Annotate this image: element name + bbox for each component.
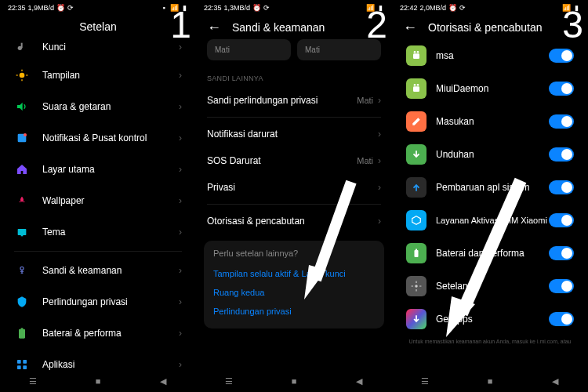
sound-icon [14, 99, 30, 114]
item-sandi-privasi[interactable]: Sandi perlindungan privasi Mati › [196, 87, 392, 114]
sync-icon: ⟳ [67, 5, 74, 11]
twin-cards: Mati Mati [196, 39, 392, 64]
nav-home-button[interactable]: ■ [482, 376, 498, 387]
nav-menu-button[interactable]: ☰ [25, 376, 41, 387]
item-baterai[interactable]: Baterai & performa › [3, 318, 193, 349]
chevron-right-icon: › [378, 129, 381, 140]
item-suara[interactable]: Suara & getaran › [3, 91, 193, 122]
app-icon [406, 45, 426, 66]
page-title: Otorisasi & pencabutan [428, 21, 543, 34]
toggle-switch[interactable] [549, 49, 574, 63]
svg-point-2 [20, 73, 25, 78]
back-button[interactable]: ← [207, 20, 221, 34]
app-label: GetApps [436, 314, 549, 325]
chevron-right-icon: › [378, 182, 381, 193]
nav-back-button[interactable]: ◀ [155, 376, 171, 387]
settings-list: Kunci › Tampilan › Suara & getaran › Not… [0, 38, 196, 392]
toggle-switch[interactable] [549, 246, 574, 260]
toggle-switch[interactable] [549, 180, 574, 194]
svg-rect-10 [18, 229, 27, 235]
item-label: Sandi perlindungan privasi [207, 95, 357, 106]
item-label: Otorisasi & pencabutan [207, 216, 378, 227]
footer-suggestions: Perlu setelan lainnya? Tampilan selalu a… [204, 241, 384, 328]
item-wallpaper[interactable]: Wallpaper › [3, 185, 193, 216]
nav-back-button[interactable]: ◀ [547, 376, 563, 387]
toggle-switch[interactable] [549, 279, 574, 293]
status-bar: 22:35 1,9MB/d ⏰ ⟳ ▪ 📶 ▮ [0, 0, 196, 14]
footer-link-3[interactable]: Perlindungan privasi [213, 302, 375, 321]
app-icon [406, 243, 426, 263]
item-label: Sandi & keamanan [42, 265, 179, 276]
sync-icon: ⟳ [459, 5, 466, 11]
app-pembaruan[interactable]: Pembaruan apl sistem [395, 171, 585, 204]
item-sandi[interactable]: Sandi & keamanan › [3, 255, 193, 286]
nav-menu-button[interactable]: ☰ [221, 376, 237, 387]
app-icon [406, 177, 426, 198]
app-label: Layanan Aktivasi SIM Xiaomi [436, 216, 549, 225]
svg-point-27 [414, 84, 416, 86]
item-notifikasi[interactable]: Notifikasi & Pusat kontrol › [3, 122, 193, 154]
header: Setelan [0, 14, 196, 38]
item-label: Baterai & performa [42, 328, 179, 339]
status-bar: 22:35 1,3MB/d ⏰ ⟳ 📶 ▮ [196, 0, 392, 14]
toggle-switch[interactable] [549, 312, 574, 326]
app-sim-xiaomi[interactable]: Layanan Aktivasi SIM Xiaomi [395, 204, 585, 237]
page-title: Sandi & keamanan [232, 21, 325, 34]
chevron-right-icon: › [179, 296, 182, 307]
app-label: MiuiDaemon [436, 83, 549, 94]
phone-screen-1: 1 22:35 1,9MB/d ⏰ ⟳ ▪ 📶 ▮ Setelan Kunci … [0, 0, 196, 392]
app-miuidaemon[interactable]: MiuiDaemon [395, 72, 585, 105]
home-icon [14, 162, 30, 177]
bottom-note: Untuk memastikan keamanan akun Anda, mas… [392, 336, 588, 344]
sync-icon: ⟳ [263, 5, 270, 11]
status-time: 22:35 [8, 4, 26, 12]
item-label: Notifikasi darurat [207, 129, 378, 140]
sun-icon [14, 67, 30, 83]
footer-link-2[interactable]: Ruang kedua [213, 283, 375, 302]
app-icon [406, 111, 426, 132]
twin-card-1[interactable]: Mati [207, 39, 291, 60]
svg-rect-13 [19, 329, 25, 339]
app-setelan[interactable]: Setelan [395, 270, 585, 303]
svg-point-9 [24, 133, 27, 136]
svg-rect-32 [416, 249, 417, 251]
app-msa[interactable]: msa [395, 39, 585, 72]
app-masukan[interactable]: Masukan [395, 105, 585, 138]
svg-rect-31 [415, 250, 419, 257]
item-kunci[interactable]: Kunci › [3, 38, 193, 60]
chevron-right-icon: › [179, 227, 182, 238]
item-perlindungan[interactable]: Perlindungan privasi › [3, 286, 193, 318]
toggle-switch[interactable] [549, 213, 574, 227]
item-otorisasi[interactable]: Otorisasi & pencabutan › [196, 208, 392, 234]
app-icon [406, 78, 426, 99]
svg-point-28 [417, 84, 419, 86]
toggle-switch[interactable] [549, 82, 574, 96]
chevron-right-icon: › [378, 95, 381, 106]
item-sos[interactable]: SOS Darurat Mati › [196, 147, 392, 174]
nav-back-button[interactable]: ◀ [351, 376, 367, 387]
item-notif-darurat[interactable]: Notifikasi darurat › [196, 121, 392, 147]
app-unduhan[interactable]: Unduhan [395, 138, 585, 171]
toggle-switch[interactable] [549, 114, 574, 129]
app-baterai[interactable]: Baterai dan performa [395, 237, 585, 270]
back-button[interactable]: ← [403, 20, 417, 34]
item-label: Perlindungan privasi [42, 296, 179, 307]
chevron-right-icon: › [179, 359, 182, 370]
toggle-switch[interactable] [549, 147, 574, 162]
status-speed: 1,3MB/d [224, 4, 251, 12]
header: ← Sandi & keamanan [196, 14, 392, 39]
item-layar-utama[interactable]: Layar utama › [3, 154, 193, 185]
item-tampilan[interactable]: Tampilan › [3, 60, 193, 91]
nav-home-button[interactable]: ■ [286, 376, 302, 387]
item-label: Aplikasi [42, 359, 179, 370]
item-tema[interactable]: Tema › [3, 216, 193, 248]
app-getapps[interactable]: GetApps [395, 303, 585, 336]
item-label: Kunci [42, 42, 179, 53]
chevron-right-icon: › [179, 265, 182, 276]
nav-home-button[interactable]: ■ [90, 376, 106, 387]
nav-menu-button[interactable]: ☰ [417, 376, 433, 387]
page-title: Setelan [79, 20, 116, 33]
item-privasi[interactable]: Privasi › [196, 174, 392, 201]
volte-icon: ▪ [160, 5, 168, 11]
footer-link-1[interactable]: Tampilan selalu aktif & Layar kunci [213, 264, 375, 283]
